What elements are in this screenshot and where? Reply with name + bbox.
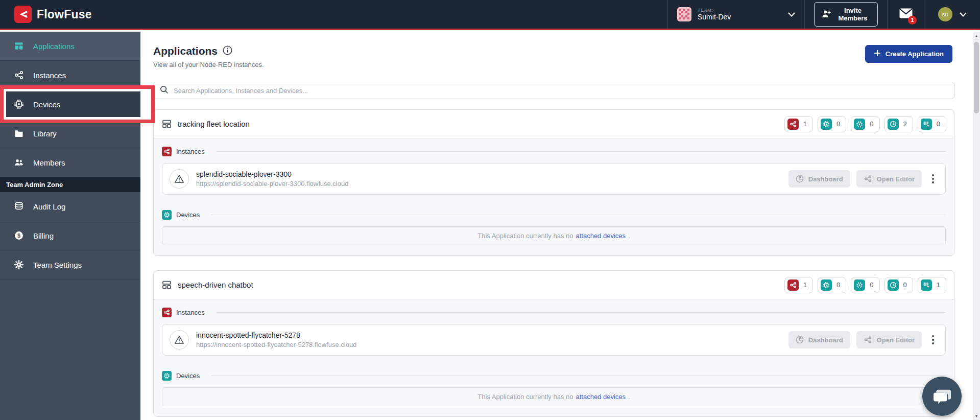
- sidebar-item-billing[interactable]: $ Billing: [0, 221, 140, 250]
- invite-members-label: Invite Members: [835, 7, 870, 22]
- main-content: Applications View all of your Node-RED i…: [140, 32, 980, 420]
- plus-icon: [874, 50, 881, 58]
- instance-url[interactable]: https://innocent-spotted-flycatcher-5278…: [196, 341, 356, 348]
- invite-members-section: Invite Members: [804, 0, 887, 29]
- instance-name: innocent-spotted-flycatcher-5278: [196, 331, 356, 339]
- invite-members-button[interactable]: Invite Members: [814, 2, 878, 27]
- clock-icon: [888, 279, 899, 291]
- folder-icon: [14, 128, 24, 138]
- create-application-button[interactable]: Create Application: [865, 45, 952, 63]
- chat-icon: [933, 388, 952, 405]
- clock-icon: [888, 119, 899, 130]
- devices-icon: [14, 99, 24, 109]
- application-card-header[interactable]: speech-driven chatbot 1 0: [154, 271, 954, 299]
- chat-widget-button[interactable]: [922, 377, 962, 416]
- page-title: Applications: [153, 45, 218, 57]
- person-plus-icon: [822, 10, 831, 19]
- badge-instances: 1: [784, 277, 813, 293]
- instance-row[interactable]: innocent-spotted-flycatcher-5278 https:/…: [162, 324, 946, 356]
- scrollbar-thumb[interactable]: [974, 42, 979, 113]
- no-devices-message: This Application currently has no attach…: [162, 387, 946, 406]
- instances-section-header: Instances: [162, 308, 946, 317]
- kebab-menu[interactable]: [928, 333, 938, 346]
- instance-status-icon: [170, 169, 189, 189]
- section-label: Devices: [176, 211, 200, 219]
- divider: [217, 312, 946, 313]
- scrollbar-down-arrow[interactable]: ▼: [973, 412, 980, 420]
- sidebar-item-team-settings[interactable]: Team Settings: [0, 250, 140, 279]
- node-red-icon: [787, 279, 799, 291]
- instance-row[interactable]: splendid-sociable-plover-3300 https://sp…: [162, 163, 946, 195]
- notifications-button[interactable]: 1: [887, 0, 924, 29]
- scrollbar[interactable]: ▲ ▼: [973, 32, 980, 420]
- device-icon: [162, 210, 172, 220]
- notification-badge: 1: [908, 16, 917, 25]
- user-menu[interactable]: su: [924, 0, 980, 29]
- scrollbar-up-arrow[interactable]: ▲: [973, 32, 980, 40]
- attached-devices-link[interactable]: attached devices: [576, 232, 626, 240]
- device-icon: [821, 279, 832, 291]
- chevron-down-icon: [788, 10, 795, 19]
- application-card-header[interactable]: tracking fleet location 1 0: [154, 110, 954, 138]
- search-bar: [153, 82, 954, 99]
- open-editor-label: Open Editor: [877, 175, 915, 183]
- sidebar-item-members[interactable]: Members: [0, 148, 140, 177]
- application-card: tracking fleet location 1 0: [153, 109, 954, 256]
- badge-count: 2: [903, 120, 907, 128]
- node-red-icon: [162, 147, 172, 156]
- dashboard-button[interactable]: Dashboard: [788, 331, 850, 348]
- no-devices-message: This Application currently has no attach…: [162, 226, 946, 245]
- section-label: Instances: [176, 309, 205, 316]
- info-icon[interactable]: [223, 45, 232, 57]
- section-label: Devices: [176, 372, 200, 380]
- sidebar-item-audit-log[interactable]: Audit Log: [0, 192, 140, 221]
- device-icon: [162, 371, 172, 381]
- sidebar: Applications Instances Devices: [0, 32, 140, 420]
- sidebar-item-label: Team Settings: [33, 261, 82, 269]
- brand[interactable]: FlowFuse: [0, 0, 667, 29]
- empty-text: .: [628, 232, 630, 240]
- open-editor-button[interactable]: Open Editor: [856, 331, 922, 348]
- user-avatar: su: [938, 7, 952, 21]
- badge-count: 1: [803, 120, 807, 128]
- empty-text: This Application currently has no: [477, 232, 573, 240]
- badge-pipelines: 1: [918, 277, 946, 293]
- empty-text: .: [628, 393, 630, 401]
- team-admin-zone-header: Team Admin Zone: [0, 177, 140, 192]
- sidebar-item-library[interactable]: Library: [0, 119, 140, 148]
- applications-icon: [14, 41, 24, 51]
- badge-count: 0: [870, 281, 873, 289]
- flowfuse-app: FlowFuse TEAM: Sumit-Dev: [0, 0, 980, 420]
- sidebar-item-devices[interactable]: Devices: [0, 90, 140, 119]
- badge-devices: 0: [818, 116, 846, 132]
- application-badges: 1 0 0: [784, 277, 946, 293]
- search-icon: [160, 85, 169, 96]
- open-editor-button[interactable]: Open Editor: [856, 170, 922, 188]
- sidebar-item-applications[interactable]: Applications: [0, 32, 140, 61]
- sidebar-item-label: Devices: [33, 100, 60, 109]
- page-header: Applications View all of your Node-RED i…: [140, 32, 980, 68]
- instance-url[interactable]: https://splendid-sociable-plover-3300.fl…: [196, 180, 348, 188]
- badge-snapshots: 2: [885, 116, 913, 132]
- gear-icon: [14, 260, 24, 270]
- kebab-menu[interactable]: [928, 172, 938, 185]
- pipeline-icon: [921, 119, 932, 130]
- node-red-icon: [864, 175, 872, 183]
- create-application-label: Create Application: [886, 50, 944, 58]
- search-input[interactable]: [174, 87, 948, 95]
- team-selector[interactable]: TEAM: Sumit-Dev: [667, 0, 804, 29]
- application-icon: [161, 279, 172, 290]
- badge-count: 1: [803, 281, 807, 289]
- attached-devices-link[interactable]: attached devices: [576, 393, 626, 401]
- dashboard-button[interactable]: Dashboard: [788, 170, 850, 188]
- sidebar-item-instances[interactable]: Instances: [0, 61, 140, 90]
- divider: [217, 151, 946, 152]
- top-navbar: FlowFuse TEAM: Sumit-Dev: [0, 0, 980, 30]
- node-red-icon: [787, 119, 799, 130]
- badge-count: 0: [836, 281, 840, 289]
- brand-name: FlowFuse: [37, 8, 92, 21]
- badge-count: 0: [836, 120, 840, 128]
- application-icon: [161, 119, 172, 129]
- instance-name: splendid-sociable-plover-3300: [196, 170, 348, 178]
- badge-devices: 0: [818, 277, 846, 293]
